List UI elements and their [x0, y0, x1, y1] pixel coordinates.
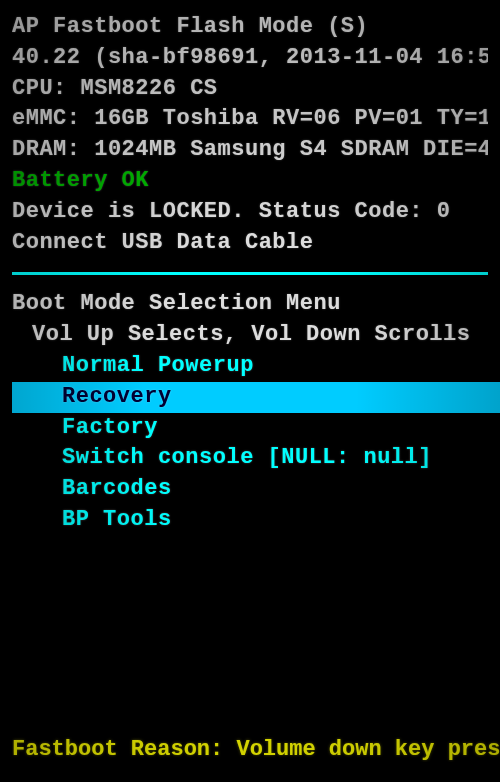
divider	[12, 272, 488, 275]
version-line: 40.22 (sha-bf98691, 2013-11-04 16:56:	[12, 43, 488, 74]
dram-line: DRAM: 1024MB Samsung S4 SDRAM DIE=4Gb	[12, 135, 488, 166]
menu-item[interactable]: Normal Powerup	[62, 351, 488, 382]
emmc-line: eMMC: 16GB Toshiba RV=06 PV=01 TY=17	[12, 104, 488, 135]
fastboot-reason: Fastboot Reason: Volume down key pres	[12, 737, 500, 762]
usb-prompt: Connect USB Data Cable	[12, 228, 488, 259]
menu-item[interactable]: BP Tools	[62, 505, 488, 536]
cpu-line: CPU: MSM8226 CS	[12, 74, 488, 105]
lock-status: Device is LOCKED. Status Code: 0	[12, 197, 488, 228]
battery-status: Battery OK	[12, 166, 488, 197]
menu-item[interactable]: Barcodes	[62, 474, 488, 505]
menu-item[interactable]: Switch console [NULL: null]	[62, 443, 488, 474]
menu-title: Boot Mode Selection Menu	[12, 289, 488, 320]
menu-instructions: Vol Up Selects, Vol Down Scrolls	[12, 320, 488, 351]
menu-items: Normal PowerupRecoveryFactorySwitch cons…	[12, 351, 488, 536]
menu-item[interactable]: Factory	[62, 413, 488, 444]
menu-item[interactable]: Recovery	[12, 382, 500, 413]
mode-line: AP Fastboot Flash Mode (S)	[12, 12, 488, 43]
